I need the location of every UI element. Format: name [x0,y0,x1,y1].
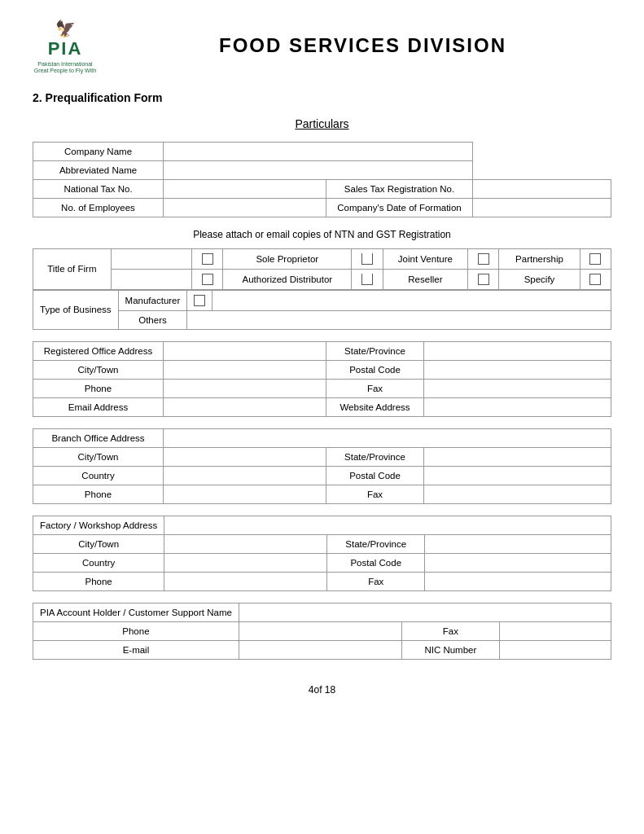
factory-state-label: State/Province [327,534,425,553]
national-tax-label: National Tax No. [33,179,164,198]
table-row: Phone Fax [33,485,611,503]
website-label: Website Address [326,397,424,416]
registered-office-table: Registered Office Address State/Province… [33,341,611,417]
branch-fax-label: Fax [326,485,424,503]
joint-venture-checkbox[interactable] [468,248,499,269]
title-firm-value2[interactable] [111,269,191,289]
reseller-checkbox[interactable] [468,269,499,289]
table-row: City/Town Postal Code [33,360,611,379]
abbreviated-name-value[interactable] [164,160,473,179]
section-title: 2. Prequalification Form [33,91,611,104]
joint-venture-checkbox-indicator[interactable] [352,248,383,269]
table-row: Title of Firm Sole Proprietor Joint Vent… [33,248,611,269]
reseller-checkbox-indicator[interactable] [352,269,383,289]
table-row: Phone Fax [33,621,611,640]
partnership-checkbox[interactable] [580,248,611,269]
website-value[interactable] [424,397,611,416]
pia-email-label: E-mail [33,640,239,659]
table-row: Abbreviated Name [33,160,611,179]
others-label: Others [118,310,187,329]
table-row: Phone Fax [33,572,611,590]
branch-fax-value[interactable] [424,485,611,503]
table-row: Country Postal Code [33,466,611,485]
pia-email-value[interactable] [239,640,401,659]
bird-icon: 🦅 [55,19,76,38]
reg-office-value[interactable] [164,341,326,360]
manufacturer-value[interactable] [212,290,611,310]
factory-country-label: Country [33,553,164,572]
city-town-label: City/Town [33,360,164,379]
postal-code-value[interactable] [424,360,611,379]
pia-account-table: PIA Account Holder / Customer Support Na… [33,603,611,660]
sales-tax-label: Sales Tax Registration No. [326,179,473,198]
title-of-firm-label: Title of Firm [33,248,112,289]
factory-label: Factory / Workshop Address [33,516,164,534]
employees-value[interactable] [164,198,326,217]
date-formation-value[interactable] [473,198,611,217]
sales-tax-value[interactable] [473,179,611,198]
pia-account-value[interactable] [239,603,611,621]
branch-office-table: Branch Office Address City/Town State/Pr… [33,428,611,504]
fax-label: Fax [326,379,424,397]
pia-fax-value[interactable] [499,621,611,640]
logo-area: 🦅 PIA Pakistan InternationalGreat People… [33,16,98,75]
logo-tagline: Pakistan InternationalGreat People to Fl… [34,61,96,75]
phone-value[interactable] [164,379,326,397]
factory-state-value[interactable] [425,534,611,553]
others-value[interactable] [187,310,611,329]
authorized-dist-label: Authorized Distributor [223,269,352,289]
table-row: City/Town State/Province [33,534,611,553]
branch-postal-label: Postal Code [326,466,424,485]
type-business-label: Type of Business [33,290,119,329]
branch-state-value[interactable] [424,447,611,466]
table-row: E-mail NIC Number [33,640,611,659]
page-title: FOOD SERVICES DIVISION [114,34,611,57]
page-header: 🦅 PIA Pakistan InternationalGreat People… [33,16,611,75]
factory-country-value[interactable] [164,553,327,572]
state-province-value[interactable] [424,341,611,360]
sole-proprietor-checkbox[interactable] [191,248,222,269]
table-row: No. of Employees Company's Date of Forma… [33,198,611,217]
authorized-dist-checkbox[interactable] [191,269,222,289]
reseller-label: Reseller [383,269,467,289]
branch-country-value[interactable] [164,466,326,485]
factory-value[interactable] [164,516,611,534]
table-row: Country Postal Code [33,553,611,572]
manufacturer-checkbox[interactable] [187,290,212,310]
partnership-label: Partnership [499,248,580,269]
factory-city-value[interactable] [164,534,327,553]
company-name-value[interactable] [164,142,473,160]
table-row: Email Address Website Address [33,397,611,416]
factory-phone-value[interactable] [164,572,327,590]
city-town-value[interactable] [164,360,326,379]
branch-city-value[interactable] [164,447,326,466]
factory-postal-value[interactable] [425,553,611,572]
pia-phone-label: Phone [33,621,239,640]
national-tax-value[interactable] [164,179,326,198]
pia-logo: 🦅 PIA [33,16,98,61]
fax-value[interactable] [424,379,611,397]
reg-office-label: Registered Office Address [33,341,164,360]
pia-fax-label: Fax [401,621,499,640]
specify-checkbox[interactable] [580,269,611,289]
table-row: Registered Office Address State/Province [33,341,611,360]
branch-office-value[interactable] [164,428,611,447]
type-business-table: Type of Business Manufacturer Others [33,290,611,330]
factory-phone-label: Phone [33,572,164,590]
pia-account-label: PIA Account Holder / Customer Support Na… [33,603,239,621]
sole-proprietor-label: Sole Proprietor [223,248,352,269]
state-province-label: State/Province [326,341,424,360]
pia-nic-value[interactable] [499,640,611,659]
company-name-label: Company Name [33,142,164,160]
table-row: Others [33,310,611,329]
title-firm-value[interactable] [111,248,191,269]
branch-phone-value[interactable] [164,485,326,503]
branch-postal-value[interactable] [424,466,611,485]
pia-phone-value[interactable] [239,621,401,640]
email-value[interactable] [164,397,326,416]
date-formation-label: Company's Date of Formation [326,198,473,217]
manufacturer-label: Manufacturer [118,290,187,310]
factory-fax-value[interactable] [425,572,611,590]
table-row: Phone Fax [33,379,611,397]
abbreviated-name-label: Abbreviated Name [33,160,164,179]
